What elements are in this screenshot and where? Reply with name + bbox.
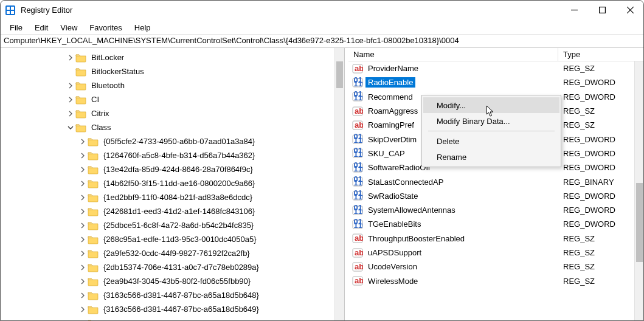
value-row[interactable]: 011110SystemAllowedAntennasREG_DWORD [348,203,644,217]
tree-scrollbar[interactable] [334,48,344,321]
value-row[interactable]: 011110TGeEnableBitsREG_DWORD [348,217,644,231]
context-menu-item[interactable]: Rename [423,149,559,165]
tree-node[interactable]: {268c95a1-edfe-11d3-95c3-0010dc4050a5} [0,232,344,246]
tree-label: {14b62f50-3f15-11dd-ae16-0800200c9a66} [102,178,256,188]
values-scroll-thumb[interactable] [636,183,643,262]
main-panes: BitLockerBitlockerStatusBluetoothCICitri… [0,47,644,321]
chevron-right-icon[interactable] [78,277,88,286]
chevron-right-icon[interactable] [66,109,75,119]
value-row[interactable]: 011110SwRadioStateREG_DWORD [348,189,644,203]
binary-value-icon: 011110 [352,219,363,230]
string-value-icon: ab [352,233,363,244]
context-menu-item[interactable]: Modify Binary Data... [423,113,559,129]
chevron-right-icon[interactable] [78,221,88,230]
chevron-right-icon[interactable] [78,151,88,160]
chevron-right-icon[interactable] [78,165,88,174]
tree-node[interactable]: {1ed2bbf9-11f0-4084-b21f-ad83a8e6dcdc} [0,190,344,204]
value-name: TGeEnableBits [365,219,423,229]
value-type: REG_SZ [558,120,644,129]
tree-node[interactable]: {14b62f50-3f15-11dd-ae16-0800200c9a66} [0,176,344,190]
chevron-right-icon[interactable] [78,249,88,258]
value-name-cell: 011110RadioEnable [348,77,558,88]
svg-text:ab: ab [355,64,363,73]
chevron-right-icon[interactable] [78,263,88,272]
tree-node[interactable]: Bluetooth [0,78,344,92]
tree-scroll-thumb[interactable] [336,61,343,88]
string-value-icon: ab [352,275,363,286]
tree-node[interactable]: {1264760f-a5c8-4bfe-b314-d56a7b44a362} [0,148,344,162]
values-pane[interactable]: Name Type abProviderNameREG_SZ011110Radi… [348,48,644,321]
tree-label: {1ed2bbf9-11f0-4084-b21f-ad83a8e6dcdc} [102,192,254,202]
minimize-button[interactable] [560,0,588,20]
chevron-right-icon[interactable] [78,235,88,244]
menu-view[interactable]: View [54,22,83,33]
value-name: RadioEnable [365,77,415,88]
context-menu-item[interactable]: Modify... [423,97,559,113]
chevron-right-icon[interactable] [66,81,75,91]
value-row[interactable]: abuAPSDSupportREG_SZ [348,246,644,260]
value-type: REG_DWORD [558,163,644,172]
tree-node[interactable]: {13e42dfa-85d9-424d-8646-28a70f864f9c} [0,162,344,176]
close-button[interactable] [616,0,644,20]
address-bar[interactable]: Computer\HKEY_LOCAL_MACHINE\SYSTEM\Curre… [0,34,644,47]
tree-node[interactable]: {2a9fe532-0cdc-44f9-9827-76192f2ca2fb} [0,246,344,260]
folder-icon [88,165,99,174]
chevron-right-icon[interactable] [78,319,88,322]
value-name: UcodeVersion [365,261,420,272]
string-value-icon: ab [352,106,363,117]
tree-label: BitlockerStatus [90,66,145,77]
value-name: SystemAllowedAntennas [365,205,458,215]
svg-rect-1 [7,7,10,10]
value-row[interactable]: abThroughputBoosterEnabledREG_SZ [348,232,644,246]
menu-edit[interactable]: Edit [29,22,54,33]
menu-favorites[interactable]: Favorites [83,22,128,33]
chevron-right-icon[interactable] [78,137,88,147]
tree-node[interactable]: {242681d1-eed3-41d2-a1ef-1468fc843106} [0,204,344,218]
tree-node[interactable]: {2db15374-706e-4131-a0c7-d7c78eb0289a} [0,260,344,274]
value-row[interactable]: 011110RadioEnableREG_DWORD [348,75,644,89]
chevron-right-icon[interactable] [78,179,88,188]
folder-icon [88,179,99,188]
tree-node[interactable]: BitlockerStatus [0,64,344,78]
chevron-right-icon[interactable] [78,193,88,202]
binary-value-icon: 011110 [352,77,363,88]
chevron-right-icon[interactable] [78,207,88,216]
menu-file[interactable]: File [4,22,29,33]
tree-node[interactable]: {3163c566-d381-4467-87bc-a65a18d5b648} [0,288,344,302]
value-name: ThroughputBoosterEnabled [365,233,467,244]
tree-node[interactable]: BitLocker [0,50,344,64]
chevron-right-icon[interactable] [78,291,88,300]
svg-text:ab: ab [355,248,363,257]
value-row[interactable]: 011110StaLastConnectedAPREG_BINARY [348,174,644,188]
value-row[interactable]: abProviderNameREG_SZ [348,61,644,75]
value-type: REG_SZ [558,106,644,116]
folder-icon [88,221,99,230]
chevron-right-icon[interactable] [66,53,75,63]
chevron-right-icon[interactable] [66,95,75,105]
value-type: REG_DWORD [558,135,644,144]
tree-pane[interactable]: BitLockerBitlockerStatusBluetoothCICitri… [0,48,345,321]
chevron-right-icon[interactable] [78,305,88,314]
tree-node[interactable]: Citrix [0,106,344,120]
menu-help[interactable]: Help [128,22,157,33]
value-name-cell: 011110SwRadioState [348,190,558,201]
tree-node[interactable]: {05f5cfe2-4733-4950-a6bb-07aad01a3a84} [0,134,344,148]
column-header-type[interactable]: Type [558,48,644,61]
chevron-down-icon[interactable] [66,123,75,133]
maximize-button[interactable] [588,0,616,20]
column-header-name[interactable]: Name [348,48,558,61]
value-name: RoamingPref [365,120,417,130]
context-menu-item[interactable]: Delete [423,133,559,149]
tree-node[interactable]: {2ea9b43f-3045-43b5-80f2-fd06c55fbb90} [0,274,344,288]
value-row[interactable]: abWirelessModeREG_SZ [348,274,644,288]
tree-node[interactable]: CI [0,92,344,106]
folder-icon [75,81,86,91]
value-row[interactable]: abUcodeVersionREG_SZ [348,260,644,274]
values-scrollbar[interactable] [634,61,644,321]
value-name: RoamAggress [365,106,420,116]
tree-node[interactable]: {25dbce51-6c8f-4a72-8a6d-b54c2b4fc835} [0,218,344,232]
tree-node[interactable]: {3163c566-d381-4467-87bc-a65a18d5b649} [0,302,344,316]
tree-node[interactable]: {36fc9e60-c465-11cf-8056-444553540000} [0,316,344,321]
tree-label: CI [90,94,100,105]
tree-node[interactable]: Class [0,120,344,134]
